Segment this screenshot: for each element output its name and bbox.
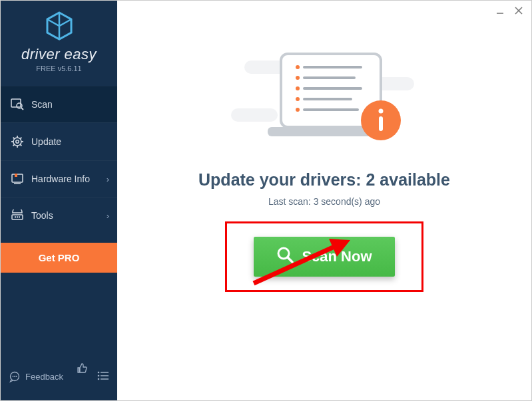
sidebar-item-label: Tools <box>31 210 53 221</box>
svg-point-20 <box>13 376 14 377</box>
window-controls <box>495 6 523 17</box>
svg-line-9 <box>13 138 15 139</box>
thumbs-up-icon[interactable] <box>76 362 88 376</box>
svg-point-27 <box>98 378 100 380</box>
sidebar-item-label: Scan <box>31 99 53 110</box>
content: Update your drivers: 2 available Last sc… <box>117 1 531 292</box>
scan-now-button[interactable]: Scan Now <box>254 237 394 277</box>
magnifier-icon <box>276 246 294 267</box>
list-icon[interactable] <box>97 371 109 382</box>
svg-point-48 <box>379 109 384 114</box>
headline: Update your drivers: 2 available <box>198 170 450 190</box>
svg-point-37 <box>296 65 300 69</box>
sidebar-item-label: Hardware Info <box>31 174 90 184</box>
sidebar-item-update[interactable]: Update <box>1 122 117 160</box>
svg-point-22 <box>16 376 17 377</box>
close-button[interactable] <box>514 6 523 17</box>
sidebar-item-hardware-info[interactable]: Hardware Info › <box>1 160 117 197</box>
svg-point-3 <box>13 138 21 146</box>
app-version: FREE v5.6.11 <box>1 65 117 72</box>
svg-point-45 <box>296 108 300 112</box>
svg-point-21 <box>14 376 15 377</box>
logo-area: driver easy FREE v5.6.11 <box>1 1 117 79</box>
nav-list: Scan Update <box>1 86 117 356</box>
sidebar-item-tools[interactable]: Tools › <box>1 197 117 233</box>
main-area: Update your drivers: 2 available Last sc… <box>117 1 531 400</box>
scan-icon <box>10 98 25 110</box>
svg-rect-49 <box>379 116 383 131</box>
svg-point-43 <box>296 97 300 101</box>
svg-point-4 <box>16 140 19 143</box>
svg-line-12 <box>13 144 15 146</box>
svg-line-2 <box>21 108 23 110</box>
get-pro-label: Get PRO <box>39 252 80 263</box>
sidebar-item-label: Update <box>31 136 61 147</box>
svg-point-23 <box>98 372 100 374</box>
svg-point-25 <box>98 375 100 377</box>
hardware-icon <box>10 173 25 185</box>
svg-line-51 <box>288 257 292 262</box>
chevron-right-icon: › <box>107 211 109 221</box>
chat-icon <box>9 371 21 383</box>
app-logo-icon <box>1 11 117 43</box>
svg-point-41 <box>296 86 300 90</box>
svg-line-11 <box>20 138 21 139</box>
sidebar-item-scan[interactable]: Scan <box>1 86 117 122</box>
minimize-button[interactable] <box>495 6 505 17</box>
svg-point-1 <box>17 103 22 108</box>
laptop-illustration <box>231 47 417 157</box>
tools-icon <box>10 209 25 221</box>
svg-rect-14 <box>15 174 17 177</box>
sidebar: driver easy FREE v5.6.11 Scan <box>1 1 117 400</box>
scan-button-label: Scan Now <box>302 248 372 265</box>
svg-rect-34 <box>231 108 278 122</box>
get-pro-button[interactable]: Get PRO <box>1 243 117 273</box>
scan-highlight-box: Scan Now <box>225 221 423 292</box>
last-scan-text: Last scan: 3 second(s) ago <box>268 196 380 207</box>
svg-point-39 <box>296 76 300 80</box>
gear-icon <box>10 135 25 148</box>
feedback-label: Feedback <box>25 372 63 382</box>
sidebar-bottom: Feedback <box>1 356 117 400</box>
chevron-right-icon: › <box>107 174 109 184</box>
svg-line-10 <box>20 144 21 146</box>
app-name: driver easy <box>1 46 117 63</box>
feedback-button[interactable]: Feedback <box>9 371 63 383</box>
